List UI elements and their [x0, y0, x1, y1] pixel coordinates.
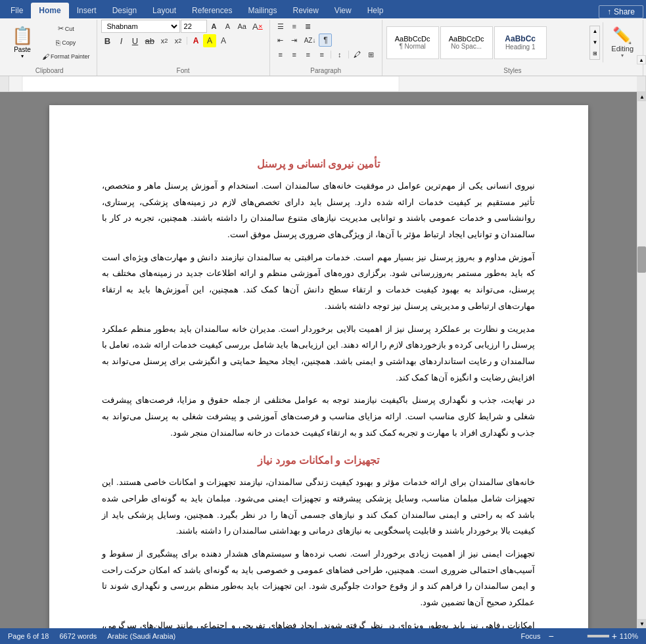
section-title-staff: تأمین نیروی انسانی و پرسنل	[102, 158, 536, 170]
numbering-button[interactable]: ≡	[288, 20, 301, 33]
style-normal[interactable]: AaBbCcDc ¶ Normal	[386, 26, 439, 59]
paragraph-equip-2: تجهیزات ایمنی نیز از اهمیت زیادی برخوردا…	[102, 546, 536, 611]
styles-expand[interactable]: ⊞	[590, 49, 599, 59]
editing-label: Editing	[611, 45, 634, 53]
styles-gallery-scroll[interactable]: ▲ ▼ ⊞	[589, 26, 600, 60]
word-count: 6672 words	[59, 632, 97, 640]
tab-insert[interactable]: Insert	[69, 3, 104, 18]
zoom-out-button[interactable]: −	[548, 631, 553, 641]
paragraph-equip-3: امکانات رفاهی نیز باید به‌طور ویژه‌ای در…	[102, 618, 536, 628]
ruler-main	[9, 76, 637, 91]
font-family-select[interactable]: Shabnam	[101, 20, 180, 33]
style-no-spacing[interactable]: AaBbCcDc No Spac...	[440, 26, 493, 59]
copy-button[interactable]: ⎘ Copy	[39, 36, 93, 49]
tab-layout[interactable]: Layout	[145, 3, 184, 18]
document-area: تأمین نیروی انسانی و پرسنل نیروی انسانی …	[0, 92, 646, 628]
styles-gallery: AaBbCcDc ¶ Normal AaBbCcDc No Spac... Aa…	[386, 26, 589, 59]
show-formatting-button[interactable]: ¶	[319, 34, 332, 47]
align-center-button[interactable]: ≡	[288, 48, 301, 61]
ribbon-group-styles: AaBbCcDc ¶ Normal AaBbCcDc No Spac... Aa…	[382, 20, 643, 76]
ribbon-group-clipboard: 📋 Paste ▾ ✂ Cut ⎘ Copy 🖌 Format P	[3, 20, 97, 76]
editing-icon: ✏️	[612, 26, 632, 45]
clipboard-label: Clipboard	[7, 65, 93, 76]
justify-button[interactable]: ≡	[315, 48, 329, 61]
paste-button[interactable]: 📋 Paste ▾	[7, 23, 38, 62]
format-painter-button[interactable]: 🖌 Format Painter	[39, 50, 93, 63]
paste-dropdown-icon: ▾	[21, 53, 24, 59]
text-effects-button[interactable]: A	[217, 34, 230, 47]
ruler	[0, 76, 646, 92]
font-label: Font	[101, 65, 265, 76]
sort-button[interactable]: AZ↓	[302, 34, 319, 47]
ribbon-group-font: Shabnam A A Aa A✕ B I U ab x2 x2 A	[97, 20, 270, 76]
page-indicator: Page 6 of 18	[8, 632, 49, 640]
tab-home[interactable]: Home	[31, 3, 68, 18]
scroll-down-button[interactable]: ▼	[637, 619, 646, 628]
tab-file[interactable]: File	[3, 3, 31, 18]
editing-section: ✏️ Editing ▾	[606, 24, 639, 61]
font-size-input[interactable]	[181, 20, 207, 33]
vertical-scrollbar[interactable]: ▲ ▼	[637, 92, 646, 628]
editing-dropdown-icon[interactable]: ▾	[621, 53, 624, 58]
style-heading1[interactable]: AaBbCc Heading 1	[494, 26, 547, 59]
multilevel-list-button[interactable]: ≣	[302, 20, 315, 33]
tab-view[interactable]: View	[327, 3, 359, 18]
line-spacing-button[interactable]: ↕	[333, 48, 346, 61]
paragraph-staff-1: نیروی انسانی یکی از مهم‌ترین عوامل در مو…	[102, 178, 536, 243]
zoom-controls: − + 110%	[548, 631, 638, 641]
superscript-button[interactable]: x2	[172, 34, 185, 47]
increase-font-button[interactable]: A	[208, 20, 221, 33]
scroll-up-button[interactable]: ▲	[637, 92, 646, 101]
strikethrough-button[interactable]: ab	[143, 34, 157, 47]
document-page: تأمین نیروی انسانی و پرسنل نیروی انسانی …	[49, 105, 588, 628]
align-right-button[interactable]: ≡	[302, 48, 315, 61]
zoom-in-button[interactable]: +	[612, 631, 617, 641]
scroll-thumb[interactable]	[637, 246, 646, 273]
copy-icon: ⎘	[56, 39, 60, 47]
ribbon: 📋 Paste ▾ ✂ Cut ⎘ Copy 🖌 Format P	[0, 18, 646, 76]
scroll-track[interactable]	[637, 101, 646, 619]
status-bar: Page 6 of 18 6672 words Arabic (Saudi Ar…	[0, 628, 646, 644]
clipboard-actions: ✂ Cut ⎘ Copy 🖌 Format Painter	[39, 22, 93, 63]
language-indicator: Arabic (Saudi Arabia)	[107, 632, 175, 640]
styles-scroll-down[interactable]: ▼	[590, 37, 599, 48]
tab-mailings[interactable]: Mailings	[240, 3, 285, 18]
styles-scroll-up[interactable]: ▲	[590, 26, 599, 37]
decrease-font-button[interactable]: A	[221, 20, 235, 33]
tab-design[interactable]: Design	[104, 3, 145, 18]
share-button[interactable]: ↑ Share	[599, 5, 643, 18]
align-left-button[interactable]: ≡	[274, 48, 287, 61]
font-color-button[interactable]: A	[189, 34, 202, 47]
paragraph-equip-1: خانه‌های سالمندان برای ارائه خدمات مؤثر …	[102, 474, 536, 540]
subscript-button[interactable]: x2	[158, 34, 171, 47]
focus-button[interactable]: Focus	[521, 632, 541, 640]
share-icon: ↑	[607, 7, 611, 16]
ribbon-collapse-button[interactable]: ▲	[637, 55, 646, 64]
shading-button[interactable]: 🖍	[351, 48, 364, 61]
document-scroll[interactable]: تأمین نیروی انسانی و پرسنل نیروی انسانی …	[0, 92, 637, 628]
section-title-equipment: تجهیزات و امکانات مورد نیاز	[102, 454, 536, 467]
paragraph-staff-3: مدیریت و نظارت بر عملکرد پرسنل نیز از اه…	[102, 321, 536, 386]
paragraph-staff-4: در نهایت، جذب و نگهداری پرسنل باکیفیت نی…	[102, 392, 536, 441]
italic-button[interactable]: I	[115, 34, 128, 47]
decrease-indent-button[interactable]: ⇤	[274, 34, 287, 47]
cut-button[interactable]: ✂ Cut	[39, 22, 93, 35]
bold-button[interactable]: B	[101, 34, 114, 47]
zoom-slider[interactable]	[557, 635, 609, 637]
ruler-side-left	[0, 76, 9, 91]
increase-indent-button[interactable]: ⇥	[288, 34, 301, 47]
paste-icon: 📋	[12, 26, 33, 46]
change-case-button[interactable]: Aa	[235, 20, 249, 33]
styles-label: Styles	[386, 65, 639, 76]
borders-button[interactable]: ⊞	[365, 48, 378, 61]
highlight-button[interactable]: A	[203, 34, 216, 47]
tab-references[interactable]: References	[184, 3, 240, 18]
underline-button[interactable]: U	[129, 34, 142, 47]
cut-icon: ✂	[58, 24, 64, 33]
zoom-level: 110%	[620, 632, 638, 640]
tab-help[interactable]: Help	[359, 3, 392, 18]
ribbon-group-paragraph: ☰ ≡ ≣ ⇤ ⇥ AZ↓ ¶ ≡ ≡	[270, 20, 382, 76]
clear-formatting-button[interactable]: A✕	[250, 20, 265, 33]
bullets-button[interactable]: ☰	[274, 20, 287, 33]
tab-review[interactable]: Review	[285, 3, 326, 18]
